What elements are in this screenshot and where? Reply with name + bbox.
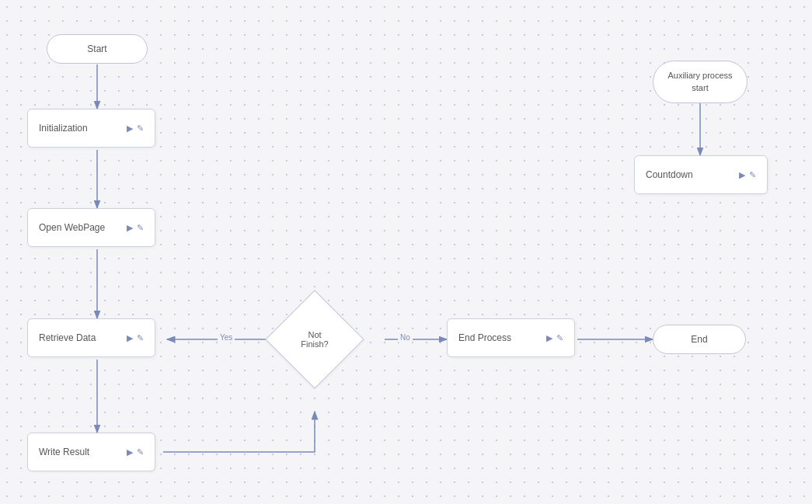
- not-finish-label: Not Finish?: [280, 304, 350, 374]
- initialization-node: Initialization ▶ ✎: [27, 109, 155, 148]
- initialization-play-icon[interactable]: ▶: [127, 123, 133, 134]
- open-webpage-label: Open WebPage: [39, 222, 122, 233]
- retrieve-data-node: Retrieve Data ▶ ✎: [27, 318, 155, 357]
- initialization-label: Initialization: [39, 123, 122, 134]
- countdown-play-icon[interactable]: ▶: [739, 170, 745, 180]
- not-finish-decision: Not Finish?: [280, 304, 350, 374]
- end-label: End: [664, 334, 734, 345]
- open-webpage-edit-icon[interactable]: ✎: [137, 223, 144, 233]
- end-process-label: End Process: [458, 332, 542, 343]
- open-webpage-node: Open WebPage ▶ ✎: [27, 208, 155, 247]
- retrieve-data-label: Retrieve Data: [39, 332, 122, 343]
- end-process-edit-icon[interactable]: ✎: [556, 333, 563, 343]
- yes-label: Yes: [218, 332, 235, 342]
- start-label: Start: [58, 43, 136, 54]
- no-label: No: [398, 332, 413, 342]
- countdown-label: Countdown: [646, 169, 734, 180]
- countdown-edit-icon[interactable]: ✎: [749, 170, 756, 180]
- aux-start-node: Auxiliary process start: [653, 61, 748, 103]
- write-result-label: Write Result: [39, 447, 122, 457]
- initialization-edit-icon[interactable]: ✎: [137, 123, 144, 134]
- end-process-node: End Process ▶ ✎: [447, 318, 575, 357]
- countdown-node: Countdown ▶ ✎: [634, 155, 768, 194]
- write-result-edit-icon[interactable]: ✎: [137, 447, 144, 457]
- end-process-play-icon[interactable]: ▶: [546, 333, 552, 343]
- open-webpage-play-icon[interactable]: ▶: [127, 223, 133, 233]
- write-result-node: Write Result ▶ ✎: [27, 433, 155, 471]
- retrieve-data-edit-icon[interactable]: ✎: [137, 333, 144, 343]
- aux-start-label: Auxiliary process start: [664, 70, 736, 94]
- start-node: Start: [47, 34, 148, 64]
- write-result-play-icon[interactable]: ▶: [127, 447, 133, 457]
- end-node: End: [653, 325, 746, 354]
- retrieve-data-play-icon[interactable]: ▶: [127, 333, 133, 343]
